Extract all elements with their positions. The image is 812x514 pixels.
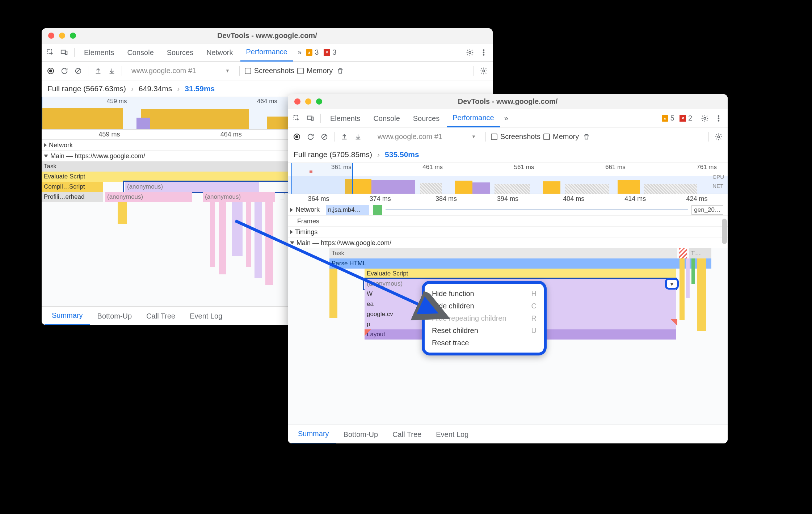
issue-badges[interactable]: 3 3 [306, 48, 339, 56]
gear-icon[interactable] [712, 131, 725, 143]
record-button[interactable] [291, 131, 303, 143]
flame-bar[interactable] [329, 279, 337, 289]
flame-bar[interactable] [265, 202, 273, 285]
device-icon[interactable] [58, 46, 71, 59]
clear-icon[interactable] [318, 131, 331, 143]
breadcrumb-leaf[interactable]: 31.59ms [185, 84, 215, 93]
cm-hide-function[interactable]: Hide functionH [425, 287, 544, 300]
url-dropdown[interactable]: www.google.com #1 ▼ [126, 65, 236, 77]
tab-performance[interactable]: Performance [240, 43, 294, 62]
cm-reset-children[interactable]: Reset childrenU [425, 324, 544, 337]
breadcrumb-leaf[interactable]: 535.50ms [385, 150, 419, 159]
flame-bar[interactable] [246, 202, 251, 267]
breadcrumb-root[interactable]: Full range (5705.85ms) [294, 150, 372, 159]
reload-icon[interactable] [304, 131, 317, 143]
zoom-icon[interactable] [70, 33, 76, 39]
screenshots-checkbox[interactable]: Screenshots [491, 132, 540, 141]
issue-badges[interactable]: 5 2 [662, 114, 695, 122]
tab-summary[interactable]: Summary [291, 425, 336, 444]
download-icon[interactable] [352, 131, 364, 143]
record-button[interactable] [45, 65, 57, 77]
kebab-icon[interactable] [712, 112, 725, 125]
track-main[interactable]: Main — https://www.google.com/ [288, 237, 728, 248]
close-icon[interactable] [48, 33, 54, 39]
flame-bar[interactable] [329, 289, 337, 318]
flame-chart[interactable]: Task T… Parse HTML Evaluate Script (anon… [288, 248, 728, 364]
trash-icon[interactable] [334, 65, 346, 77]
tab-elements[interactable]: Elements [324, 109, 366, 127]
download-icon[interactable] [106, 65, 118, 77]
flame-bar-evaluate[interactable]: Evaluate Script [365, 269, 676, 279]
flame-bar-anonymous[interactable]: (anonymous) [105, 192, 192, 202]
cm-hide-children[interactable]: Hide childrenC [425, 300, 544, 312]
tab-console[interactable]: Console [367, 109, 405, 127]
track-label: Main — https://www.google.com/ [296, 237, 391, 248]
overview-selection[interactable] [291, 163, 353, 194]
flame-bar-anonymous[interactable]: (anonymous) [203, 192, 275, 202]
flame-bar[interactable] [691, 258, 695, 284]
reload-icon[interactable] [58, 65, 71, 77]
breadcrumb-mid[interactable]: 649.34ms [139, 84, 172, 93]
close-icon[interactable] [294, 98, 300, 105]
kebab-icon[interactable] [477, 46, 490, 59]
tab-console[interactable]: Console [121, 43, 159, 62]
flame-bar[interactable] [329, 269, 337, 279]
tab-elements[interactable]: Elements [78, 43, 120, 62]
flame-bar-task[interactable]: Task [329, 248, 677, 258]
tab-bottomup[interactable]: Bottom-Up [336, 425, 386, 444]
timeline-overview[interactable]: 361 ms 461 ms 561 ms 661 ms 761 ms CPU N… [288, 163, 728, 194]
tab-performance[interactable]: Performance [447, 109, 500, 127]
flame-bar[interactable] [254, 202, 262, 278]
flame-bar-task[interactable]: T… [689, 248, 711, 258]
tab-overflow[interactable]: » [295, 48, 304, 56]
inspect-icon[interactable] [45, 46, 57, 59]
flame-bar[interactable] [219, 202, 226, 274]
flame-bar[interactable] [232, 202, 243, 256]
device-icon[interactable] [304, 112, 317, 125]
scrollbar-thumb[interactable] [722, 219, 727, 244]
tab-eventlog[interactable]: Event Log [182, 307, 230, 325]
memory-checkbox[interactable]: Memory [297, 67, 333, 75]
upload-icon[interactable] [92, 65, 104, 77]
tab-sources[interactable]: Sources [407, 109, 445, 127]
flame-bar-profile[interactable]: Profili…erhead [42, 192, 103, 202]
upload-icon[interactable] [338, 131, 350, 143]
tab-bottomup[interactable]: Bottom-Up [90, 307, 139, 325]
tab-network[interactable]: Network [201, 43, 239, 62]
clear-icon[interactable] [72, 65, 84, 77]
flame-bar[interactable] [686, 258, 690, 298]
track-timings[interactable]: Timings [288, 227, 728, 237]
tab-sources[interactable]: Sources [161, 43, 199, 62]
flame-bar[interactable] [680, 258, 685, 320]
memory-checkbox[interactable]: Memory [543, 132, 579, 141]
tab-eventlog[interactable]: Event Log [429, 425, 476, 444]
flame-bar-parse[interactable]: Parse HTML [329, 258, 711, 269]
minimize-icon[interactable] [59, 33, 65, 39]
zoom-icon[interactable] [316, 98, 322, 105]
bar-dropdown-trigger[interactable]: ▼ [665, 278, 679, 290]
track-frames[interactable]: Frames [288, 216, 728, 227]
flame-tracks[interactable]: Network n,jsa,mb4… gen_20… Frames Timing… [288, 204, 728, 425]
network-bar[interactable] [373, 205, 382, 215]
breadcrumb-root[interactable]: Full range (5667.63ms) [47, 84, 126, 93]
tab-calltree[interactable]: Call Tree [139, 307, 182, 325]
minimize-icon[interactable] [305, 98, 311, 105]
flame-bar[interactable] [210, 202, 215, 267]
tab-summary[interactable]: Summary [45, 307, 90, 325]
tab-calltree[interactable]: Call Tree [385, 425, 429, 444]
flame-bar-compile[interactable]: Compil…Script [42, 182, 103, 192]
screenshots-checkbox[interactable]: Screenshots [245, 67, 294, 75]
gear-icon[interactable] [477, 65, 490, 77]
url-dropdown[interactable]: www.google.com #1 ▼ [372, 131, 482, 143]
flame-bar[interactable] [118, 202, 127, 224]
network-bar[interactable]: gen_20… [691, 205, 723, 215]
flame-bar[interactable] [697, 258, 706, 331]
cm-reset-trace[interactable]: Reset trace [425, 337, 544, 349]
network-bar[interactable]: n,jsa,mb4… [326, 205, 369, 215]
gear-icon[interactable] [464, 46, 476, 59]
tab-overflow[interactable]: » [501, 114, 511, 122]
trash-icon[interactable] [580, 131, 593, 143]
track-network[interactable]: Network n,jsa,mb4… gen_20… [288, 204, 728, 216]
gear-icon[interactable] [699, 112, 711, 125]
inspect-icon[interactable] [291, 112, 303, 125]
